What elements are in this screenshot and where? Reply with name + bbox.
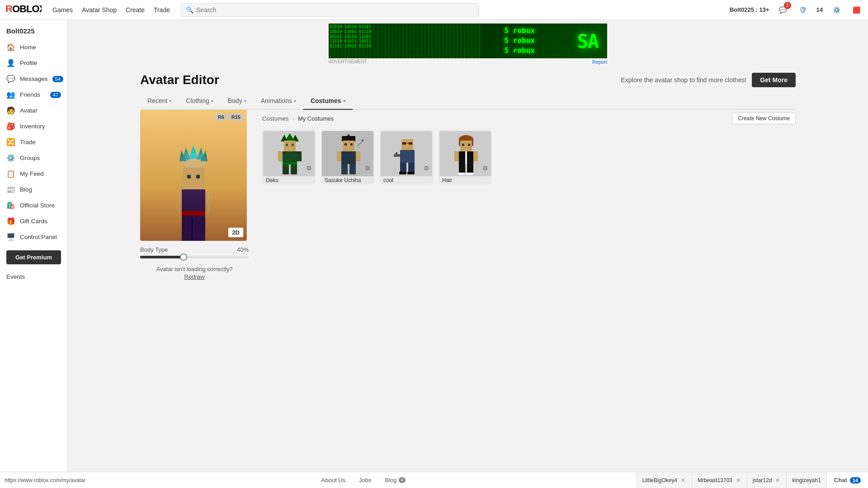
matrix-text: 01010 10110 0110110010 11001 0111000101 … xyxy=(329,23,482,50)
roblox-logo[interactable]: R OBLOX xyxy=(5,2,42,18)
search-input[interactable] xyxy=(196,6,474,14)
view-2d-badge[interactable]: 2D xyxy=(228,228,243,237)
costume-grid: Deku ⚙ xyxy=(262,127,796,188)
sidebar-label-blog: Blog xyxy=(20,186,32,193)
create-new-costume-button[interactable]: Create New Costume xyxy=(732,113,796,124)
sidebar-item-officialstore[interactable]: 🛍️ Official Store xyxy=(0,197,67,213)
costume-card-cool[interactable]: cool ⚙ xyxy=(380,130,433,184)
sidebar-label-myfeed: My Feed xyxy=(20,170,44,177)
chat-icon-btn[interactable]: 💬 1 xyxy=(777,4,789,16)
nav-create[interactable]: Create xyxy=(126,6,145,14)
avatar-canvas: R6 R15 xyxy=(140,110,247,241)
sidebar-label-profile: Profile xyxy=(20,60,37,66)
tab-close-jstar12d[interactable]: ✕ xyxy=(774,477,781,483)
cool-avatar xyxy=(389,132,425,175)
costumes-chevron: ▾ xyxy=(343,99,345,103)
costume-card-sasuke[interactable]: Sasuke Uchiha ⚙ xyxy=(321,130,374,184)
sidebar-events[interactable]: Events xyxy=(0,270,67,284)
tab-close-littlebigokeyy4[interactable]: ✕ xyxy=(680,477,686,483)
tab-close-mrbeast13703[interactable]: ✕ xyxy=(735,477,741,483)
body-type-slider[interactable] xyxy=(140,256,249,258)
costume-settings-hair[interactable]: ⚙ xyxy=(482,164,488,172)
tab-recent[interactable]: Recent ▾ xyxy=(140,93,179,110)
nav-trade[interactable]: Trade xyxy=(154,6,170,14)
avatar-torso xyxy=(182,189,205,217)
bottom-jobs[interactable]: Jobs xyxy=(359,477,371,483)
sidebar-item-avatar[interactable]: 🧑 Avatar xyxy=(0,103,67,118)
svg-rect-42 xyxy=(399,172,406,174)
svg-rect-13 xyxy=(292,144,294,146)
bottom-blog[interactable]: Blog xyxy=(385,477,397,483)
avatar-editor: Avatar Editor Explore the avatar shop to… xyxy=(68,66,868,280)
bottom-about-us[interactable]: About Us xyxy=(321,477,345,483)
svg-marker-22 xyxy=(346,134,351,138)
svg-rect-34 xyxy=(402,142,406,145)
sidebar-item-messages[interactable]: 💬 Messages 54 xyxy=(0,71,67,87)
shield-icon-btn[interactable]: 🛡️ xyxy=(797,4,809,16)
costume-settings-sasuke[interactable]: ⚙ xyxy=(365,164,371,172)
sidebar-label-giftcards: Gift Cards xyxy=(20,218,47,225)
nav-links: Games Avatar Shop Create Trade xyxy=(52,6,170,14)
breadcrumb-row: Costumes › My Costumes Create New Costum… xyxy=(262,110,796,127)
sidebar-item-friends[interactable]: 👥 Friends 47 xyxy=(0,87,67,103)
sidebar-item-groups[interactable]: ⚙️ Groups xyxy=(0,150,67,166)
avatar-legs xyxy=(182,217,205,241)
body-type-label: Body Type xyxy=(140,246,168,253)
costume-settings-deku[interactable]: ⚙ xyxy=(306,164,312,172)
chat-tab[interactable]: Chat 14 xyxy=(826,472,868,488)
get-premium-button[interactable]: Get Premium xyxy=(6,250,61,264)
breadcrumb: Costumes › My Costumes xyxy=(262,110,334,127)
tab-label-jstar12d: jstar12d xyxy=(753,477,772,483)
get-more-button[interactable]: Get More xyxy=(752,73,796,87)
tab-body[interactable]: Body ▾ xyxy=(221,93,254,110)
sidebar-item-home[interactable]: 🏠 Home xyxy=(0,39,67,55)
avatar-head xyxy=(183,168,204,189)
sidebar-item-giftcards[interactable]: 🎁 Gift Cards xyxy=(0,213,67,229)
bottom-links: About Us Jobs Blog 4 xyxy=(90,477,637,483)
body-slider-fill xyxy=(140,256,184,258)
giftcards-icon: 🎁 xyxy=(6,217,15,225)
messages-badge: 1 xyxy=(784,2,791,9)
sidebar-label-groups: Groups xyxy=(20,155,40,161)
sidebar-item-profile[interactable]: 👤 Profile xyxy=(0,55,67,71)
nav-avatar-shop[interactable]: Avatar Shop xyxy=(82,6,117,14)
sidebar-item-blog[interactable]: 📰 Blog xyxy=(0,182,67,197)
bottom-tab-jstar12d[interactable]: jstar12d ✕ xyxy=(747,472,787,488)
user-avatar-icon[interactable]: 🟥 xyxy=(850,4,863,16)
costume-card-deku[interactable]: Deku ⚙ xyxy=(262,130,316,184)
tab-clothing[interactable]: Clothing ▾ xyxy=(179,93,220,110)
sidebar-label-friends: Friends xyxy=(20,91,40,98)
svg-rect-28 xyxy=(349,164,356,174)
sidebar-item-trade[interactable]: 🔀 Trade xyxy=(0,134,67,150)
profile-icon: 👤 xyxy=(6,59,15,67)
redraw-link[interactable]: Redraw xyxy=(140,273,249,280)
bottom-tab-mrbeast13703[interactable]: Mrbeast13703 ✕ xyxy=(692,472,747,488)
sidebar-item-inventory[interactable]: 🎒 Inventory xyxy=(0,118,67,134)
search-bar[interactable]: 🔍 xyxy=(181,3,479,17)
breadcrumb-parent[interactable]: Costumes xyxy=(262,115,289,122)
tab-costumes[interactable]: Costumes ▾ xyxy=(303,93,353,110)
avatar-preview-panel: R6 R15 xyxy=(140,110,249,280)
sasuke-avatar xyxy=(330,132,367,175)
ad-matrix-bg: 01010 10110 0110110010 11001 0111000101 … xyxy=(329,23,482,58)
body-slider-thumb[interactable] xyxy=(180,253,187,261)
costume-card-hair[interactable]: Hair ⚙ xyxy=(439,130,492,184)
costume-settings-cool[interactable]: ⚙ xyxy=(424,164,429,172)
r15-badge[interactable]: R15 xyxy=(229,113,243,121)
main-content: 01010 10110 0110110010 11001 0111000101 … xyxy=(68,20,868,488)
r6-badge[interactable]: R6 xyxy=(215,113,227,121)
bottom-tab-littlebigokeyy4[interactable]: LittleBigOkey4 ✕ xyxy=(637,472,692,488)
bottom-blog-item: Blog 4 xyxy=(385,477,406,483)
sidebar-label-avatar: Avatar xyxy=(20,107,38,114)
tab-animations[interactable]: Animations ▾ xyxy=(254,93,303,110)
ad-report-link[interactable]: Report xyxy=(592,59,607,65)
settings-icon-btn[interactable]: ⚙️ xyxy=(830,4,843,16)
bottom-tab-kingizeyah1[interactable]: kingizeyah1 xyxy=(786,472,826,488)
chat-label: Chat xyxy=(834,477,847,483)
svg-line-31 xyxy=(358,141,363,146)
sidebar-item-myfeed[interactable]: 📋 My Feed xyxy=(0,166,67,182)
home-icon: 🏠 xyxy=(6,43,15,52)
sidebar-item-controlpanel[interactable]: 🖥️ Control Panel xyxy=(0,229,67,245)
nav-games[interactable]: Games xyxy=(52,6,73,14)
avatar-editor-header: Avatar Editor Explore the avatar shop to… xyxy=(140,66,796,93)
